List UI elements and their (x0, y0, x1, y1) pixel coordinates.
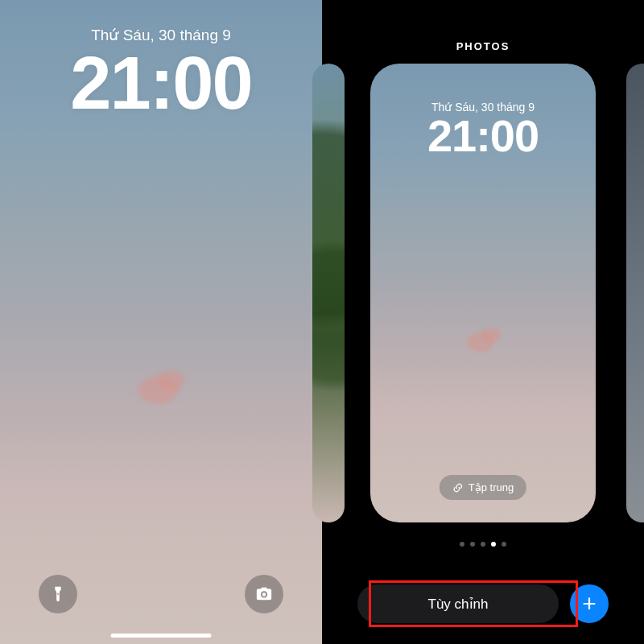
card-wallpaper-cloud (464, 328, 502, 352)
gallery-bottom-row: Tùy chỉnh + (322, 584, 644, 623)
focus-pill[interactable]: Tập trung (440, 475, 526, 500)
focus-label: Tập trung (469, 481, 514, 493)
lockscreen-time: 21:00 (0, 46, 322, 120)
flashlight-button[interactable] (39, 575, 77, 613)
page-dots (460, 542, 506, 547)
wallpaper-card-row: Thứ Sáu, 30 tháng 9 21:00 Tập trung (322, 64, 644, 539)
flashlight-icon (49, 585, 67, 603)
customize-label: Tùy chỉnh (428, 596, 489, 613)
lockscreen-panel: Thứ Sáu, 30 tháng 9 21:00 (0, 0, 322, 644)
customize-button[interactable]: Tùy chỉnh (357, 584, 559, 623)
card-time: 21:00 (370, 114, 596, 159)
add-wallpaper-button[interactable]: + (570, 584, 609, 623)
wallpaper-cloud (133, 370, 189, 404)
camera-button[interactable] (245, 575, 283, 613)
wallpaper-card-current[interactable]: Thứ Sáu, 30 tháng 9 21:00 Tập trung (370, 64, 596, 522)
plus-icon: + (582, 592, 597, 616)
gallery-category-title: PHOTOS (456, 40, 510, 52)
home-indicator[interactable] (111, 634, 212, 638)
page-dot[interactable] (502, 542, 506, 547)
page-dot[interactable] (481, 542, 485, 547)
page-dot[interactable] (460, 542, 464, 547)
wallpaper-gallery-panel: PHOTOS Thứ Sáu, 30 tháng 9 21:00 Tập tru… (322, 0, 644, 644)
page-dot-active[interactable] (491, 542, 496, 547)
wallpaper-card-next[interactable] (626, 64, 644, 522)
page-dot[interactable] (470, 542, 475, 547)
wallpaper-card-prev[interactable] (312, 64, 345, 522)
link-icon (452, 482, 464, 493)
camera-icon (255, 585, 273, 603)
lockscreen-bottom-actions (0, 575, 322, 613)
